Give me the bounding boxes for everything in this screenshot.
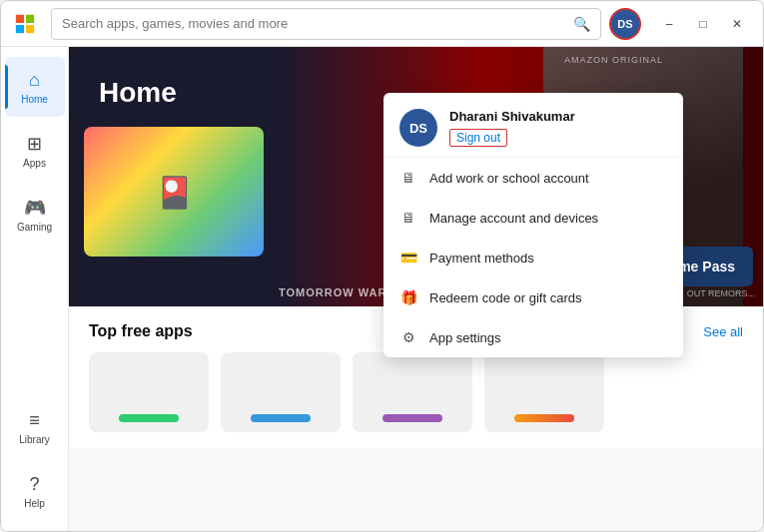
settings-icon: ⚙: [399, 328, 417, 346]
user-dropdown: DS Dharani Shivakumar Sign out 🖥 Add wor…: [383, 93, 683, 357]
home-icon: ⌂: [29, 70, 40, 91]
dropdown-add-work[interactable]: 🖥 Add work or school account: [383, 158, 683, 198]
dropdown-payment[interactable]: 💳 Payment methods: [383, 238, 683, 277]
sidebar-bottom: ≡ Library ? Help: [5, 397, 65, 531]
sidebar: ⌂ Home ⊞ Apps 🎮 Gaming ≡ Library ? Help: [1, 47, 69, 531]
windows-store-logo: [11, 10, 39, 38]
dropdown-user-info: Dharani Shivakumar Sign out: [449, 109, 667, 147]
app-cards-row: [89, 352, 743, 432]
main-area: ⌂ Home ⊞ Apps 🎮 Gaming ≡ Library ? Help: [1, 47, 763, 531]
dropdown-username: Dharani Shivakumar: [449, 109, 667, 124]
redeem-icon: 🎁: [399, 288, 417, 306]
dropdown-avatar: DS: [399, 109, 437, 147]
sidebar-label-help: Help: [24, 498, 45, 509]
sidebar-label-apps: Apps: [23, 158, 46, 169]
library-icon: ≡: [29, 410, 40, 431]
app-card-4[interactable]: [484, 352, 604, 432]
window-controls: – □ ✕: [653, 8, 753, 40]
sidebar-label-library: Library: [19, 434, 50, 445]
manage-account-icon: 🖥: [399, 209, 417, 227]
sidebar-item-library[interactable]: ≡ Library: [5, 397, 65, 457]
content-area: Home 🎴 TOMORROW WAR AMAZON ORIGINAL OUT …: [69, 47, 763, 531]
dropdown-manage-account-label: Manage account and devices: [429, 211, 598, 226]
app-badge-4: [514, 414, 574, 422]
app-badge-3: [382, 414, 442, 422]
sidebar-label-gaming: Gaming: [17, 222, 52, 233]
sidebar-item-help[interactable]: ? Help: [5, 461, 65, 521]
sidebar-label-home: Home: [21, 94, 48, 105]
user-avatar-button[interactable]: DS: [609, 8, 641, 40]
app-badge-2: [251, 414, 311, 422]
apps-icon: ⊞: [27, 133, 42, 155]
search-bar[interactable]: 🔍: [51, 8, 601, 40]
app-window: 🔍 DS – □ ✕ ⌂ Home ⊞ Apps 🎮 Gaming: [0, 0, 764, 532]
tomorrow-war-label: TOMORROW WAR: [279, 286, 386, 298]
dropdown-manage-account[interactable]: 🖥 Manage account and devices: [383, 198, 683, 238]
svg-rect-2: [16, 24, 24, 32]
help-icon: ?: [29, 474, 39, 495]
section-title: Top free apps: [89, 322, 193, 340]
sidebar-item-apps[interactable]: ⊞ Apps: [5, 121, 65, 181]
svg-rect-3: [26, 24, 34, 32]
app-card-1[interactable]: [89, 352, 209, 432]
svg-rect-1: [26, 14, 34, 22]
payment-icon: 💳: [399, 249, 417, 266]
amazon-original-label: AMAZON ORIGINAL: [564, 55, 663, 65]
dropdown-app-settings[interactable]: ⚙ App settings: [383, 317, 683, 357]
dropdown-app-settings-label: App settings: [429, 330, 501, 345]
minimize-button[interactable]: –: [653, 8, 685, 40]
hero-title: Home: [99, 77, 177, 109]
app-card-icon: 🎴: [156, 175, 193, 210]
app-card-3[interactable]: [353, 352, 472, 432]
dropdown-redeem-label: Redeem code or gift cards: [429, 290, 581, 305]
add-work-icon: 🖥: [399, 169, 417, 187]
see-all-link[interactable]: See all: [703, 324, 743, 339]
app-badge-1: [119, 414, 179, 422]
dropdown-redeem[interactable]: 🎁 Redeem code or gift cards: [383, 277, 683, 317]
out-remorse-label: OUT REMORS...: [687, 288, 755, 298]
search-icon[interactable]: 🔍: [573, 16, 590, 32]
gaming-icon: 🎮: [24, 197, 46, 219]
search-input[interactable]: [62, 16, 567, 31]
sign-out-link[interactable]: Sign out: [449, 129, 507, 147]
titlebar: 🔍 DS – □ ✕: [1, 1, 763, 47]
sidebar-item-gaming[interactable]: 🎮 Gaming: [5, 185, 65, 245]
close-button[interactable]: ✕: [721, 8, 753, 40]
svg-rect-0: [16, 14, 24, 22]
sidebar-item-home[interactable]: ⌂ Home: [5, 57, 65, 117]
hero-app-card[interactable]: 🎴: [84, 127, 264, 257]
app-card-2[interactable]: [221, 352, 341, 432]
dropdown-add-work-label: Add work or school account: [429, 171, 589, 186]
dropdown-payment-label: Payment methods: [429, 251, 534, 266]
dropdown-header: DS Dharani Shivakumar Sign out: [383, 93, 683, 158]
maximize-button[interactable]: □: [687, 8, 719, 40]
